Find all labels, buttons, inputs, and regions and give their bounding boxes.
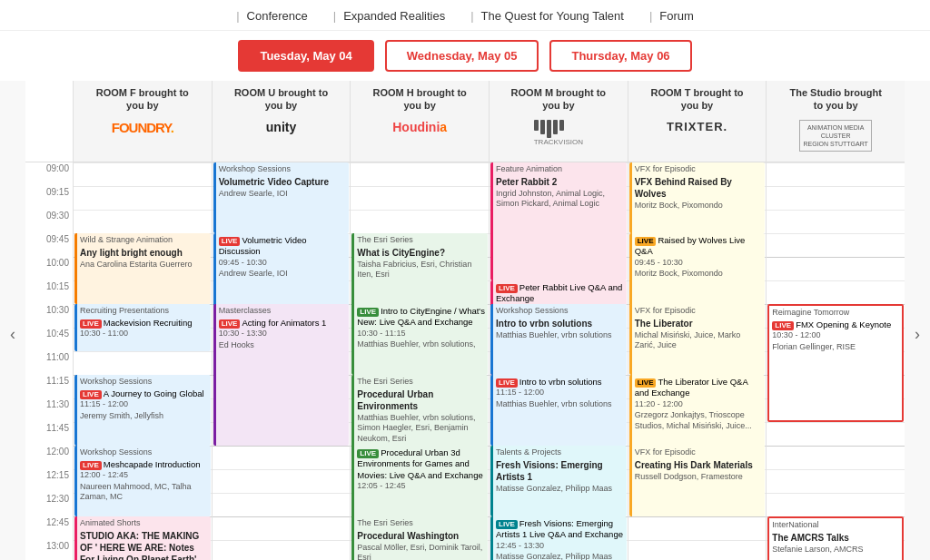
room-t-events: VFX for Episodic VFX Behind Raised By Wo…	[628, 162, 767, 560]
time-0930: 09:30	[25, 210, 73, 233]
room-h-column: ROOM H brought toyou by Houdinia The Esr…	[350, 81, 489, 560]
date-tab-wednesday[interactable]: Wednesday, May 05	[385, 40, 539, 72]
event-volumetric-capture[interactable]: Workshop Sessions Volumetric Video Captu…	[213, 162, 350, 233]
prev-button[interactable]: ‹	[0, 81, 25, 560]
room-t-column: ROOM T brought toyou by TRIXTER. VFX for…	[628, 81, 767, 560]
time-0915: 09:15	[25, 186, 73, 210]
time-1130: 11:30	[25, 398, 73, 422]
event-meshcapade[interactable]: Workshop Sessions LIVEMeshcapade Introdu…	[74, 446, 211, 516]
event-peter-rabbit[interactable]: Feature Animation Peter Rabbit 2 Ingrid …	[490, 162, 627, 280]
room-m-column: ROOM M brought toyou by TRACKVISION	[489, 81, 628, 560]
rooms-grid: ROOM F brought toyou by FOUNDRY. Wild & …	[73, 81, 905, 560]
room-u-events: Workshop Sessions Volumetric Video Captu…	[213, 162, 351, 560]
time-1300: 13:00	[25, 540, 73, 560]
time-0945: 09:45	[25, 233, 73, 257]
nav-expanded-realities[interactable]: Expanded Realities	[321, 9, 458, 23]
nav-young-talent[interactable]: The Quest for Young Talent	[458, 9, 637, 23]
next-button[interactable]: ›	[905, 81, 930, 560]
room-u-column: ROOM U brought toyou by unity Workshop S…	[212, 81, 351, 560]
event-fresh-visions[interactable]: Talents & Projects Fresh Visions: Emergi…	[490, 446, 627, 516]
studio-events: Reimagine Tomorrow LIVEFMX Opening & Key…	[767, 162, 905, 560]
event-fmx-keynote[interactable]: Reimagine Tomorrow LIVEFMX Opening & Key…	[767, 304, 904, 422]
time-1230: 12:30	[25, 493, 73, 516]
room-m-events: Feature Animation Peter Rabbit 2 Ingrid …	[490, 162, 628, 560]
event-amcrs-talks[interactable]: InterNational The AMCRS Talks Stefanie L…	[767, 516, 904, 560]
studio-column: The Studio broughtto you by ANIMATION ME…	[766, 81, 905, 560]
event-recruiting[interactable]: Recruiting Presentations LIVEMackevision…	[74, 304, 211, 351]
event-raised-wolves[interactable]: VFX for Episodic VFX Behind Raised By Wo…	[629, 162, 766, 233]
date-tab-tuesday[interactable]: Tuesday, May 04	[238, 40, 373, 72]
time-1145: 11:45	[25, 422, 73, 446]
event-procedural-washington[interactable]: The Esri Series Procedural Washington Pa…	[351, 516, 488, 560]
top-navigation: Conference Expanded Realities The Quest …	[0, 0, 930, 31]
foundry-logo: FOUNDRY.	[112, 120, 173, 135]
room-f-events: Wild & Strange Animation Any light brigh…	[74, 162, 212, 560]
unity-logo: unity	[266, 120, 296, 134]
houdini-logo: Houdinia	[392, 120, 447, 134]
room-u-title: ROOM U brought toyou by	[234, 86, 328, 113]
trackvision-logo: TRACKVISION	[534, 120, 583, 146]
room-m-header: ROOM M brought toyou by TRACKVISION	[490, 81, 628, 162]
rooms-wrapper: ROOM F brought toyou by FOUNDRY. Wild & …	[73, 81, 905, 560]
studio-header: The Studio broughtto you by ANIMATION ME…	[767, 81, 905, 162]
schedule-container: ‹ 09:00 09:15 09:30 09:45 10:00 10:15 10…	[0, 81, 930, 560]
nav-forum[interactable]: Forum	[637, 9, 707, 23]
time-1215: 12:15	[25, 469, 73, 493]
time-0900: 09:00	[25, 162, 73, 186]
event-animated-shorts[interactable]: Animated Shorts STUDIO AKA: THE MAKING O…	[74, 516, 211, 560]
nav-conference[interactable]: Conference	[223, 9, 321, 23]
event-wild-strange[interactable]: Wild & Strange Animation Any light brigh…	[74, 233, 211, 304]
event-dark-materials[interactable]: VFX for Episodic Creating His Dark Mater…	[629, 446, 766, 516]
time-1030: 10:30	[25, 304, 73, 328]
time-column: 09:00 09:15 09:30 09:45 10:00 10:15 10:3…	[25, 81, 73, 560]
trixter-logo: TRIXTER.	[667, 120, 727, 133]
time-1015: 10:15	[25, 280, 73, 304]
room-h-title: ROOM H brought toyou by	[373, 86, 467, 113]
room-t-header: ROOM T brought toyou by TRIXTER.	[628, 81, 767, 162]
event-vrbn-live[interactable]: LIVEIntro to vrbn solutions 11:15 - 12:0…	[490, 375, 627, 446]
event-vrbn-workshop[interactable]: Workshop Sessions Intro to vrbn solution…	[490, 304, 627, 375]
event-intro-cityengine[interactable]: LIVEIntro to CityEngine / What's New: Li…	[351, 304, 488, 375]
time-1000: 10:00	[25, 257, 73, 280]
room-t-title: ROOM T brought toyou by	[651, 86, 744, 113]
room-f-column: ROOM F brought toyou by FOUNDRY. Wild & …	[73, 81, 212, 560]
date-tab-thursday[interactable]: Thursday, May 06	[549, 40, 691, 72]
room-h-events: The Esri Series What is CityEngine? Tais…	[351, 162, 489, 560]
time-1200: 12:00	[25, 446, 73, 469]
room-m-title: ROOM M brought toyou by	[511, 86, 606, 113]
room-f-title: ROOM F brought toyou by	[96, 86, 189, 113]
time-1245: 12:45	[25, 516, 73, 540]
time-1115: 11:15	[25, 375, 73, 398]
amcrs-logo: ANIMATION MEDIACLUSTERREGION STUTTGART	[799, 120, 871, 152]
event-acting-animators[interactable]: Masterclasses LIVEActing for Animators 1…	[213, 304, 350, 446]
event-liberator[interactable]: VFX for Episodic The Liberator Michal Mi…	[629, 304, 766, 375]
time-1100: 11:00	[25, 351, 73, 375]
room-f-header: ROOM F brought toyou by FOUNDRY.	[74, 81, 212, 162]
room-h-header: ROOM H brought toyou by Houdinia	[351, 81, 489, 162]
room-u-header: ROOM U brought toyou by unity	[213, 81, 351, 162]
time-1045: 10:45	[25, 328, 73, 351]
date-tabs: Tuesday, May 04 Wednesday, May 05 Thursd…	[0, 31, 930, 81]
event-fresh-visions-live[interactable]: LIVEFresh Visions: Emerging Artists 1 Li…	[490, 516, 627, 560]
event-journey[interactable]: Workshop Sessions LIVEA Journey to Going…	[74, 375, 211, 446]
studio-title: The Studio broughtto you by	[789, 86, 881, 113]
